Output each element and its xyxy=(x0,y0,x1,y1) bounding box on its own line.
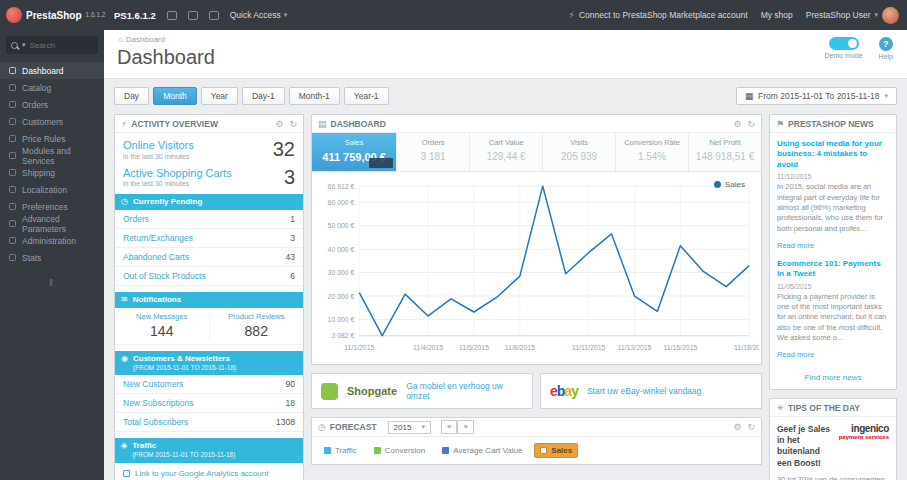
help-icon[interactable]: ? xyxy=(879,37,893,51)
notifications-columns: New Messages 144 Product Reviews 882 xyxy=(115,308,303,345)
gear-icon[interactable]: ⚙ xyxy=(733,119,741,129)
kpi-orders[interactable]: Orders 3 181 xyxy=(397,133,470,171)
customers-row-new-customers[interactable]: New Customers90 xyxy=(115,375,303,394)
quick-access-menu[interactable]: Quick Access ▾ xyxy=(230,10,288,20)
sidebar-item-modules[interactable]: Modules and Services xyxy=(0,147,104,164)
range-day-button[interactable]: Day xyxy=(114,87,149,105)
active-carts-sub: in the last 30 minutes xyxy=(123,180,232,187)
stat-label: Total Subscribers xyxy=(123,417,188,427)
tips-panel-header: ☀ TIPS OF THE DAY xyxy=(770,399,896,417)
lightbulb-icon: ☀ xyxy=(776,403,784,413)
prev-button[interactable]: « xyxy=(441,420,457,434)
gear-icon[interactable]: ⚙ xyxy=(275,119,283,129)
content: Day Month Year Day-1 Month-1 Year-1 ▦ Fr… xyxy=(104,79,907,480)
next-button[interactable]: » xyxy=(457,420,473,434)
news-article-title[interactable]: Using social media for your business: 4 … xyxy=(777,139,889,170)
sidebar-item-administration[interactable]: Administration xyxy=(0,232,104,249)
sidebar-item-stats[interactable]: Stats xyxy=(0,249,104,266)
kpi-sales[interactable]: Sales 411 759,00 € xyxy=(312,133,397,171)
forecast-legend-traffic[interactable]: Traffic xyxy=(319,444,362,457)
svg-text:30 000 €: 30 000 € xyxy=(328,269,355,276)
sidebar-item-shipping[interactable]: Shipping xyxy=(0,164,104,181)
sidebar-item-orders[interactable]: Orders xyxy=(0,96,104,113)
sales-line-chart[interactable]: 11/1/201511/4/201511/6/201511/8/201511/1… xyxy=(314,176,759,364)
sidebar-item-localization[interactable]: Localization xyxy=(0,181,104,198)
pending-row-out-of-stock[interactable]: Out of Stock Products6 xyxy=(115,267,303,286)
breadcrumb[interactable]: ⌂ Dashboard xyxy=(118,35,165,44)
ebay-link[interactable]: Start uw eBay-winkel vandaag xyxy=(587,386,701,396)
topbar-right: ⚡ Connect to PrestaShop Marketplace acco… xyxy=(569,7,907,24)
sidebar-search[interactable]: ▾ xyxy=(6,36,98,54)
stat-value: 6 xyxy=(290,271,295,281)
sidebar-item-dashboard[interactable]: Dashboard xyxy=(0,62,104,79)
refresh-icon[interactable]: ↻ xyxy=(747,119,755,129)
range-month-1-button[interactable]: Month-1 xyxy=(289,87,340,105)
sidebar-item-customers[interactable]: Customers xyxy=(0,113,104,130)
trophy-icon[interactable] xyxy=(209,11,219,20)
profile-icon[interactable] xyxy=(188,11,198,20)
refresh-icon[interactable]: ↻ xyxy=(289,119,297,129)
activity-overview-panel: ⚡ ACTIVITY OVERVIEW ⚙ ↻ Online Visitors … xyxy=(114,114,304,480)
refresh-icon[interactable]: ↻ xyxy=(747,422,755,432)
search-input[interactable] xyxy=(30,41,93,50)
chart-legend[interactable]: Sales xyxy=(714,180,745,189)
range-year-1-button[interactable]: Year-1 xyxy=(344,87,389,105)
sidebar-nav: Dashboard Catalog Orders Customers Price… xyxy=(0,62,104,266)
people-icon: ◉ xyxy=(121,354,128,364)
sidebar-item-catalog[interactable]: Catalog xyxy=(0,79,104,96)
range-month-button[interactable]: Month xyxy=(153,87,197,105)
customers-row-total-subscribers[interactable]: Total Subscribers1308 xyxy=(115,413,303,432)
active-carts-value: 3 xyxy=(284,167,295,188)
customers-row-new-subscriptions[interactable]: New Subscriptions18 xyxy=(115,394,303,413)
forecast-legend-conversion[interactable]: Conversion xyxy=(369,444,430,457)
forecast-legend-average-cart-value[interactable]: Average Cart Value xyxy=(437,444,527,457)
legend-label: Average Cart Value xyxy=(453,446,522,455)
kpi-conversion-rate[interactable]: Conversion Rate 1.54% xyxy=(616,133,689,171)
new-messages-stat[interactable]: New Messages 144 xyxy=(115,312,210,339)
pending-row-abandoned-carts[interactable]: Abandoned Carts43 xyxy=(115,248,303,267)
sidebar-item-advanced-parameters[interactable]: Advanced Parameters xyxy=(0,215,104,232)
online-visitors-label[interactable]: Online Visitors xyxy=(123,139,194,152)
shopgate-link[interactable]: Ga mobiel en verhoog uw omzet xyxy=(406,381,523,401)
sidebar-item-label: Preferences xyxy=(22,202,68,212)
pending-row-orders[interactable]: Orders1 xyxy=(115,210,303,229)
kpi-net-profit[interactable]: Net Profit 148 918,51 € xyxy=(689,133,761,171)
legend-label: Sales xyxy=(725,180,745,189)
forecast-legend-sales[interactable]: Sales xyxy=(534,443,578,458)
kpi-cart-value[interactable]: Cart Value 129,44 € xyxy=(470,133,543,171)
kpi-visits[interactable]: Visits 205 939 xyxy=(543,133,616,171)
forecast-year-select[interactable]: 2015 ▾ xyxy=(388,421,431,434)
gear-icon[interactable]: ⚙ xyxy=(733,422,741,432)
active-carts-label[interactable]: Active Shopping Carts xyxy=(123,167,232,180)
shopgate-banner[interactable]: Shopgate Ga mobiel en verhoog uw omzet xyxy=(311,373,533,409)
my-shop-link[interactable]: My shop xyxy=(761,10,793,20)
date-range-button[interactable]: ▦ From 2015-11-01 To 2015-11-18 ▾ xyxy=(736,87,897,105)
demo-mode-block: Demo mode xyxy=(824,37,862,60)
svg-text:11/15/2015: 11/15/2015 xyxy=(663,344,697,351)
header-actions: Demo mode ? Help xyxy=(824,37,893,60)
cart-icon[interactable] xyxy=(167,11,177,20)
product-reviews-stat[interactable]: Product Reviews 882 xyxy=(210,312,304,339)
user-menu[interactable]: PrestaShop User ▾ xyxy=(806,7,899,24)
sidebar-collapse-button[interactable]: ‖ xyxy=(0,278,104,288)
sidebar-item-preferences[interactable]: Preferences xyxy=(0,198,104,215)
traffic-subtitle: (FROM 2015-11-01 TO 2015-11-18) xyxy=(132,451,235,459)
news-article-title[interactable]: Ecommerce 101: Payments in a Tweet xyxy=(777,259,889,280)
google-analytics-link[interactable]: Link to your Google Analytics account xyxy=(115,463,303,480)
read-more-link[interactable]: Read more xyxy=(777,350,814,359)
dashboard-panel: ▤ DASHBOARD ⚙ ↻ Sales 411 759,00 € xyxy=(311,114,762,365)
online-visitors-sub: in the last 30 minutes xyxy=(123,153,194,160)
brand[interactable]: PrestaShop 1.6.1.2 xyxy=(0,7,104,23)
sidebar-item-price-rules[interactable]: Price Rules xyxy=(0,130,104,147)
demo-mode-toggle[interactable] xyxy=(829,37,859,50)
marketplace-link[interactable]: ⚡ Connect to PrestaShop Marketplace acco… xyxy=(569,10,748,20)
find-more-news-link[interactable]: Find more news xyxy=(770,370,896,389)
range-day-1-button[interactable]: Day-1 xyxy=(242,87,285,105)
notifications-header: ✉ Notifications xyxy=(115,292,303,308)
pending-row-returns[interactable]: Return/Exchanges3 xyxy=(115,229,303,248)
range-year-button[interactable]: Year xyxy=(201,87,238,105)
ebay-banner[interactable]: ebay Start uw eBay-winkel vandaag xyxy=(540,373,762,409)
currently-pending-header: ◷ Currently Pending xyxy=(115,194,303,210)
caret-down-icon[interactable]: ▾ xyxy=(22,41,26,49)
read-more-link[interactable]: Read more xyxy=(777,241,814,250)
